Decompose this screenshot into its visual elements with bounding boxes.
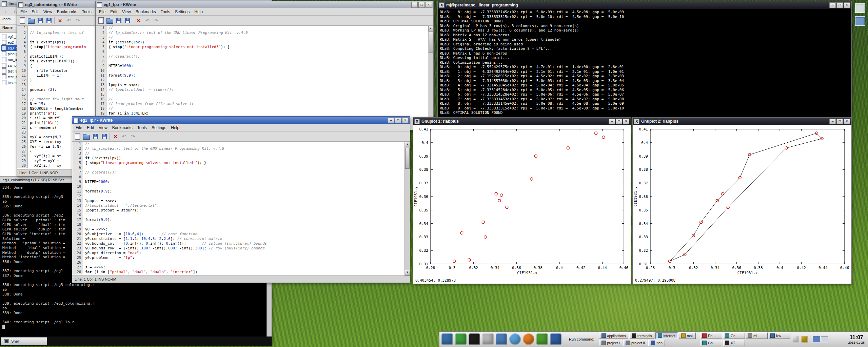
konsole-icon[interactable] — [469, 333, 480, 345]
menu-item-bookmarks[interactable]: Bookmarks — [134, 9, 158, 15]
menu-item-bookmarks[interactable]: Bookmarks — [110, 125, 135, 130]
menu-item-edit[interactable]: Edit — [108, 9, 119, 15]
menu-item-view[interactable]: View — [41, 9, 54, 15]
undo-icon[interactable]: ↶ — [144, 17, 151, 24]
code-editor[interactable]: 1//2// lp_simplex.r: test of the GNU Lin… — [96, 26, 428, 130]
new-file-icon[interactable] — [19, 17, 26, 24]
code-editor[interactable]: 1//2// lp_simplex.r: test of the GNU Lin… — [72, 142, 405, 275]
launcher-mail[interactable]: mail — [679, 332, 696, 339]
maximize-button[interactable]: □ — [418, 2, 425, 8]
menu-item-settings[interactable]: Settings — [150, 125, 168, 130]
redo-icon[interactable]: ↷ — [130, 133, 136, 140]
task-gn[interactable]: Gn… — [701, 340, 722, 346]
task-mi[interactable]: mi… — [746, 332, 768, 339]
minimize-button[interactable]: – — [829, 2, 836, 8]
open-file-icon[interactable] — [83, 133, 90, 140]
task-kw[interactable]: Kw… — [769, 332, 790, 339]
menu-item-tools[interactable]: Tools — [135, 125, 149, 130]
save-icon[interactable] — [115, 17, 122, 24]
save-as-icon[interactable] — [101, 133, 107, 140]
scroll-up-icon[interactable]: ▲ — [405, 142, 410, 147]
desktop-icon-document[interactable] — [855, 3, 865, 13]
close-button[interactable]: × — [844, 2, 850, 8]
menu-item-view[interactable]: View — [97, 125, 110, 130]
menu-item-view[interactable]: View — [120, 9, 133, 15]
menu-item-edit[interactable]: Edit — [29, 9, 41, 15]
up-icon[interactable]: ↑ — [2, 8, 9, 15]
launcher-applications[interactable]: applications — [599, 332, 628, 339]
titlebar[interactable]: Gnuplot 1: rlabplus –□× — [413, 118, 631, 125]
menu-item-tools[interactable]: Tools — [80, 9, 94, 15]
launcher-internet[interactable]: internet — [655, 332, 678, 339]
close-button[interactable]: × — [402, 118, 409, 123]
new-file-icon[interactable] — [74, 133, 81, 140]
task-gn[interactable]: Gn… — [723, 332, 745, 339]
task-da[interactable]: Da… — [701, 332, 722, 339]
menu-item-tools[interactable]: Tools — [159, 9, 172, 15]
new-file-icon[interactable] — [98, 17, 104, 24]
maximize-button[interactable]: □ — [836, 119, 843, 124]
redo-icon[interactable]: ↷ — [153, 17, 160, 24]
scroll-up-icon[interactable]: ▲ — [428, 26, 433, 32]
titlebar[interactable]: eg1_lp.r - KWrite –□× — [96, 1, 433, 8]
close-document-icon[interactable]: ✕ — [112, 133, 119, 140]
menu-item-edit[interactable]: Edit — [85, 125, 96, 130]
plant-icon[interactable] — [536, 333, 548, 345]
desktop-pager[interactable] — [813, 336, 828, 342]
save-as-icon[interactable] — [124, 17, 131, 24]
close-button[interactable]: × — [426, 2, 432, 8]
menu-item-help[interactable]: Help — [192, 9, 205, 15]
save-as-icon[interactable] — [45, 17, 52, 24]
maximize-button[interactable]: □ — [616, 119, 622, 124]
undo-icon[interactable]: ↶ — [121, 133, 127, 140]
close-document-icon[interactable]: ✕ — [57, 17, 63, 24]
minimize-button[interactable]: – — [829, 119, 836, 124]
monitor-icon[interactable] — [550, 333, 561, 345]
terminal-output[interactable]: RLaB: 8: obj = -7.333333145e+02; rpi = 5… — [438, 9, 851, 118]
clock[interactable]: 11:07 2015-01-28 — [848, 334, 865, 344]
save-icon[interactable] — [37, 17, 43, 24]
menu-item-file[interactable]: File — [74, 125, 84, 130]
minimize-button[interactable]: – — [388, 118, 394, 123]
vertical-scrollbar[interactable]: ▲▼ — [428, 26, 433, 130]
close-document-icon[interactable]: ✕ — [135, 17, 142, 24]
open-file-icon[interactable] — [28, 17, 35, 24]
open-file-icon[interactable] — [106, 17, 113, 24]
konqueror-icon[interactable] — [509, 333, 521, 345]
menu-item-settings[interactable]: Settings — [173, 9, 192, 15]
menu-item-help[interactable]: Help — [169, 125, 181, 130]
maximize-button[interactable]: □ — [836, 2, 843, 8]
minimize-button[interactable]: – — [411, 2, 418, 8]
desktop-icon-folder[interactable] — [855, 16, 865, 26]
vertical-scrollbar[interactable]: ▲▼ — [405, 142, 410, 275]
launcher-rlab[interactable]: rlab — [648, 340, 665, 346]
gears-icon[interactable] — [455, 333, 467, 345]
menu-item-file[interactable]: File — [18, 9, 29, 15]
titlebar[interactable]: eg2_lp.r - KWrite –□× — [72, 117, 410, 124]
redo-icon[interactable]: ↷ — [74, 17, 81, 24]
menu-item-bookmarks[interactable]: Bookmarks — [55, 9, 79, 15]
launcher-terminals[interactable]: terminals — [629, 332, 654, 339]
save-icon[interactable] — [92, 133, 99, 140]
firefox-icon[interactable] — [523, 333, 534, 345]
ksnapshot-icon[interactable] — [482, 333, 494, 345]
plot-canvas[interactable]: 0.280.30.320.340.360.380.40.420.440.460.… — [633, 125, 850, 276]
tab-shell[interactable]: Shell — [1, 337, 47, 345]
titlebar[interactable]: mj@perelmanc...linear_programming –□× — [438, 1, 851, 9]
close-button[interactable]: × — [844, 119, 850, 124]
launcher-project-i[interactable]: project I — [599, 340, 622, 346]
display-icon[interactable] — [441, 333, 453, 345]
kmix-icon[interactable] — [801, 336, 808, 343]
launcher-project-ii[interactable]: project II — [623, 340, 647, 346]
undo-icon[interactable]: ↶ — [65, 17, 72, 24]
minimize-button[interactable]: – — [609, 119, 615, 124]
scroll-down-icon[interactable]: ▼ — [405, 270, 410, 275]
maximize-button[interactable]: □ — [395, 118, 401, 123]
task-xt[interactable]: XT… — [723, 340, 745, 346]
kcontrol-icon[interactable] — [496, 333, 507, 345]
klipper-icon[interactable] — [792, 336, 799, 343]
titlebar[interactable]: Gnuplot 2: rlabplus –□× — [633, 118, 851, 125]
plot-canvas[interactable]: 0.280.30.320.340.360.380.40.420.440.460.… — [413, 125, 629, 276]
close-button[interactable]: × — [623, 119, 629, 124]
menu-item-file[interactable]: File — [97, 9, 107, 15]
